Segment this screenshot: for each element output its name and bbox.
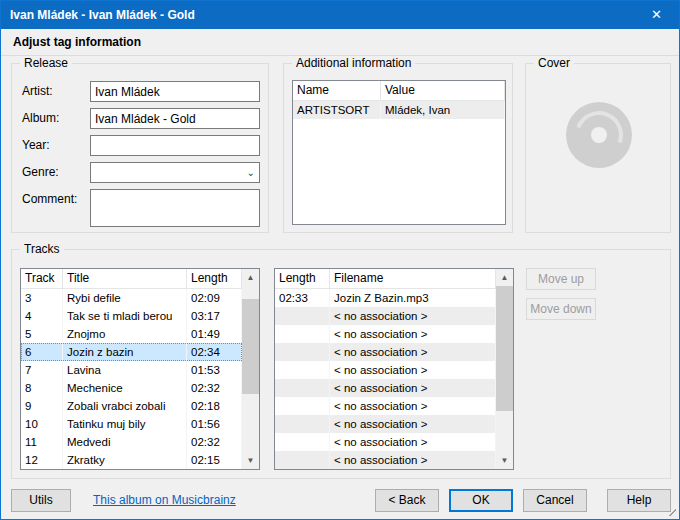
titlebar[interactable]: Ivan Mládek - Ivan Mládek - Gold ✕ [1,1,679,29]
scroll-up-icon[interactable]: ▲ [242,269,259,286]
track-title-cell: Medvedi [63,433,187,451]
track-list: Track Title Length 3 Rybi defile 02:09 4… [20,268,260,470]
track-length-cell: 02:09 [187,289,242,307]
tracks-group: Tracks Track Title Length 3 Rybi defile … [11,249,671,479]
track-row[interactable]: 10 Tatinku muj bily 01:56 [21,415,242,433]
scrollbar-thumb[interactable] [242,299,259,394]
ok-button[interactable]: OK [449,489,513,512]
move-up-button: Move up [526,268,596,290]
genre-select[interactable]: ⌄ [90,162,260,183]
track-list-header: Track Title Length [21,269,259,289]
track-row[interactable]: 4 Tak se ti mladi berou 03:17 [21,307,242,325]
track-row-selected[interactable]: 6 Jozin z bazin 02:34 [21,343,242,361]
track-length-cell: 02:15 [187,451,242,469]
track-number-cell: 7 [21,361,63,379]
tag-row[interactable]: ARTISTSORT Mládek, Ivan [293,101,505,119]
year-label: Year: [22,138,50,152]
file-row[interactable]: < no association > [275,451,496,469]
additional-info-group: Additional information Name Value ARTIST… [283,63,513,233]
track-length-cell: 02:18 [187,397,242,415]
track-number-cell: 8 [21,379,63,397]
close-button[interactable]: ✕ [634,1,679,29]
track-row[interactable]: 5 Znojmo 01:49 [21,325,242,343]
move-down-button: Move down [526,298,596,320]
comment-field[interactable] [90,189,260,227]
additional-info-header: Name Value [293,81,505,101]
artist-label: Artist: [22,84,53,98]
year-field[interactable] [90,135,260,156]
file-name-cell: < no association > [330,343,496,361]
file-row[interactable]: < no association > [275,361,496,379]
file-row[interactable]: < no association > [275,415,496,433]
track-row[interactable]: 7 Lavina 01:53 [21,361,242,379]
file-row[interactable]: < no association > [275,325,496,343]
scroll-up-icon[interactable]: ▲ [496,269,513,286]
track-title-cell: Zkratky [63,451,187,469]
cd-placeholder-icon [566,102,632,168]
track-title-cell: Tatinku muj bily [63,415,187,433]
release-group: Release Artist: Album: Year: Genre: ⌄ Co… [11,63,269,233]
file-list-scrollbar[interactable]: ▲ ▼ [496,269,513,469]
track-title-cell: Lavina [63,361,187,379]
file-name-cell: < no association > [330,379,496,397]
file-row[interactable]: < no association > [275,397,496,415]
help-button[interactable]: Help [607,489,671,512]
track-length-cell: 02:34 [187,343,242,361]
file-length-cell [275,361,330,379]
track-row[interactable]: 9 Zobali vrabci zobali 02:18 [21,397,242,415]
window-title: Ivan Mládek - Ivan Mládek - Gold [10,1,195,29]
track-number-cell: 10 [21,415,63,433]
track-length-cell: 03:17 [187,307,242,325]
track-number-cell: 3 [21,289,63,307]
track-number-cell: 5 [21,325,63,343]
album-field[interactable] [90,108,260,129]
file-name-cell: Jozin Z Bazin.mp3 [330,289,496,307]
file-row[interactable]: < no association > [275,433,496,451]
track-number-cell: 4 [21,307,63,325]
track-title-cell: Mechenice [63,379,187,397]
file-length-cell [275,325,330,343]
track-length-cell: 02:32 [187,433,242,451]
file-row[interactable]: < no association > [275,379,496,397]
column-header-length: Length [187,269,242,288]
column-header-track: Track [21,269,63,288]
scroll-down-icon[interactable]: ▼ [242,452,259,469]
file-name-cell: < no association > [330,415,496,433]
track-length-cell: 01:49 [187,325,242,343]
track-title-cell: Tak se ti mladi berou [63,307,187,325]
file-row[interactable]: < no association > [275,343,496,361]
track-row[interactable]: 11 Medvedi 02:32 [21,433,242,451]
scrollbar-thumb[interactable] [496,286,513,411]
musicbrainz-link[interactable]: This album on Musicbrainz [93,493,236,507]
cancel-button[interactable]: Cancel [523,489,587,512]
chevron-down-icon: ⌄ [247,163,255,182]
track-row[interactable]: 12 Zkratky 02:15 [21,451,242,469]
utils-button[interactable]: Utils [11,489,71,512]
track-length-cell: 02:32 [187,379,242,397]
file-length-cell [275,343,330,361]
file-length-cell [275,397,330,415]
track-row[interactable]: 3 Rybi defile 02:09 [21,289,242,307]
file-name-cell: < no association > [330,433,496,451]
file-name-cell: < no association > [330,307,496,325]
track-length-cell: 01:53 [187,361,242,379]
artist-field[interactable] [90,81,260,102]
track-row[interactable]: 8 Mechenice 02:32 [21,379,242,397]
dialog-window: Ivan Mládek - Ivan Mládek - Gold ✕ Adjus… [0,0,680,520]
file-row[interactable]: < no association > [275,307,496,325]
file-length-cell [275,415,330,433]
scroll-down-icon[interactable]: ▼ [496,452,513,469]
column-header-length: Length [275,269,330,288]
track-title-cell: Jozin z bazin [63,343,187,361]
back-button[interactable]: < Back [375,489,439,512]
track-title-cell: Zobali vrabci zobali [63,397,187,415]
column-header-value: Value [381,81,505,100]
track-length-cell: 01:56 [187,415,242,433]
track-title-cell: Znojmo [63,325,187,343]
tracks-legend: Tracks [20,242,64,257]
column-header-title: Title [63,269,187,288]
file-name-cell: < no association > [330,325,496,343]
file-row[interactable]: 02:33 Jozin Z Bazin.mp3 [275,289,496,307]
close-icon: ✕ [651,7,662,22]
track-list-scrollbar[interactable]: ▲ ▼ [242,269,259,469]
